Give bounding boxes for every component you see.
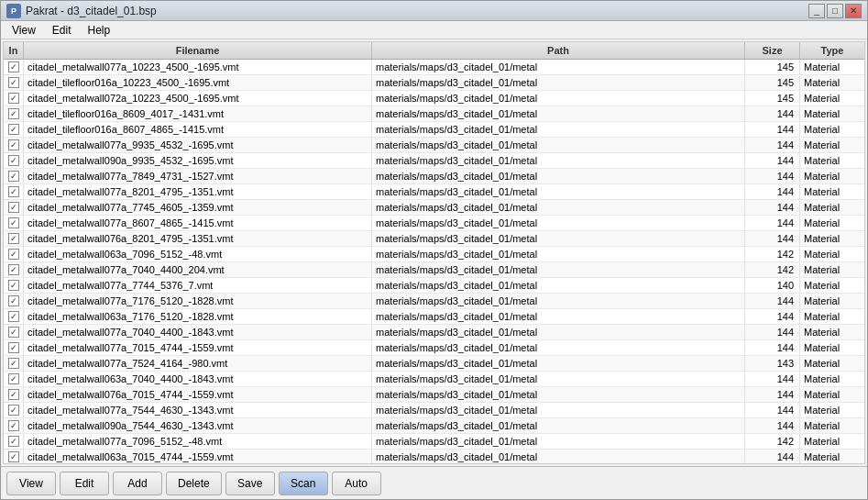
cell-size-8: 144 <box>745 184 800 199</box>
cell-size-12: 142 <box>745 247 800 261</box>
cell-checkbox-15[interactable] <box>4 294 24 308</box>
auto-button[interactable]: Auto <box>332 472 381 495</box>
checkbox-0[interactable] <box>8 61 19 72</box>
cell-checkbox-5[interactable] <box>4 138 24 152</box>
checkbox-19[interactable] <box>8 358 19 369</box>
cell-checkbox-25[interactable] <box>4 450 24 463</box>
checkbox-9[interactable] <box>8 202 19 213</box>
checkbox-21[interactable] <box>8 389 19 400</box>
checkbox-23[interactable] <box>8 420 19 431</box>
view-button[interactable]: View <box>6 472 56 495</box>
checkbox-6[interactable] <box>8 155 19 166</box>
checkbox-24[interactable] <box>8 436 19 447</box>
save-button[interactable]: Save <box>225 472 275 495</box>
cell-checkbox-3[interactable] <box>4 106 24 121</box>
table-row[interactable]: citadel_metalwall077a_7524_4164_-980.vmt… <box>4 356 864 372</box>
checkbox-25[interactable] <box>8 451 19 462</box>
table-row[interactable]: citadel_metalwall077a_10223_4500_-1695.v… <box>4 60 864 75</box>
checkbox-14[interactable] <box>8 280 19 291</box>
header-type: Type <box>800 42 864 59</box>
checkbox-22[interactable] <box>8 405 19 416</box>
checkbox-10[interactable] <box>8 217 19 228</box>
table-body[interactable]: citadel_metalwall077a_10223_4500_-1695.v… <box>4 60 864 463</box>
cell-checkbox-24[interactable] <box>4 434 24 449</box>
cell-checkbox-19[interactable] <box>4 356 24 371</box>
cell-checkbox-12[interactable] <box>4 247 24 261</box>
cell-size-11: 144 <box>745 231 800 246</box>
checkbox-18[interactable] <box>8 342 19 353</box>
checkbox-7[interactable] <box>8 171 19 182</box>
cell-checkbox-1[interactable] <box>4 75 24 90</box>
cell-filename-21: citadel_metalwall076a_7015_4744_-1559.vm… <box>24 387 372 402</box>
maximize-button[interactable]: □ <box>827 4 843 18</box>
table-row[interactable]: citadel_metalwall077a_7744_5376_7.vmt ma… <box>4 278 864 294</box>
cell-checkbox-17[interactable] <box>4 325 24 339</box>
table-row[interactable]: citadel_metalwall077a_7745_4605_-1359.vm… <box>4 200 864 216</box>
table-row[interactable]: citadel_metalwall090a_9935_4532_-1695.vm… <box>4 153 864 169</box>
cell-size-21: 144 <box>745 387 800 402</box>
checkbox-11[interactable] <box>8 233 19 244</box>
checkbox-2[interactable] <box>8 93 19 104</box>
cell-checkbox-9[interactable] <box>4 200 24 215</box>
cell-checkbox-22[interactable] <box>4 403 24 417</box>
checkbox-1[interactable] <box>8 77 19 88</box>
cell-checkbox-23[interactable] <box>4 418 24 433</box>
table-row[interactable]: citadel_metalwall063a_7015_4744_-1559.vm… <box>4 450 864 463</box>
table-row[interactable]: citadel_metalwall090a_7544_4630_-1343.vm… <box>4 418 864 434</box>
checkbox-13[interactable] <box>8 264 19 275</box>
close-button[interactable]: ✕ <box>845 4 862 18</box>
table-row[interactable]: citadel_metalwall077a_8201_4795_-1351.vm… <box>4 184 864 200</box>
cell-checkbox-18[interactable] <box>4 340 24 355</box>
table-row[interactable]: citadel_metalwall077a_7040_4400_-1843.vm… <box>4 325 864 340</box>
table-row[interactable]: citadel_tilefloor016a_8609_4017_-1431.vm… <box>4 106 864 122</box>
checkbox-16[interactable] <box>8 311 19 322</box>
cell-checkbox-21[interactable] <box>4 387 24 402</box>
table-row[interactable]: citadel_metalwall077a_9935_4532_-1695.vm… <box>4 138 864 153</box>
cell-filename-13: citadel_metalwall077a_7040_4400_204.vmt <box>24 262 372 277</box>
checkbox-5[interactable] <box>8 139 19 150</box>
table-row[interactable]: citadel_metalwall072a_10223_4500_-1695.v… <box>4 91 864 106</box>
cell-checkbox-6[interactable] <box>4 153 24 168</box>
table-row[interactable]: citadel_metalwall077a_7015_4744_-1559.vm… <box>4 340 864 356</box>
scan-button[interactable]: Scan <box>279 472 328 495</box>
checkbox-3[interactable] <box>8 108 19 119</box>
cell-checkbox-8[interactable] <box>4 184 24 199</box>
checkbox-15[interactable] <box>8 295 19 306</box>
table-row[interactable]: citadel_metalwall077a_7040_4400_204.vmt … <box>4 262 864 278</box>
checkbox-12[interactable] <box>8 249 19 260</box>
checkbox-17[interactable] <box>8 327 19 338</box>
table-row[interactable]: citadel_metalwall063a_7176_5120_-1828.vm… <box>4 309 864 325</box>
cell-checkbox-14[interactable] <box>4 278 24 293</box>
cell-checkbox-4[interactable] <box>4 122 24 137</box>
minimize-button[interactable]: _ <box>808 4 825 18</box>
table-row[interactable]: citadel_metalwall076a_8201_4795_-1351.vm… <box>4 231 864 247</box>
delete-button[interactable]: Delete <box>166 472 222 495</box>
cell-checkbox-11[interactable] <box>4 231 24 246</box>
table-row[interactable]: citadel_metalwall063a_7096_5152_-48.vmt … <box>4 247 864 262</box>
add-button[interactable]: Add <box>113 472 162 495</box>
cell-filename-0: citadel_metalwall077a_10223_4500_-1695.v… <box>24 60 372 74</box>
cell-checkbox-10[interactable] <box>4 216 24 230</box>
menu-help[interactable]: Help <box>80 22 117 39</box>
edit-button[interactable]: Edit <box>60 472 109 495</box>
cell-checkbox-0[interactable] <box>4 60 24 74</box>
cell-checkbox-16[interactable] <box>4 309 24 324</box>
menu-view[interactable]: View <box>5 22 43 39</box>
cell-checkbox-7[interactable] <box>4 169 24 183</box>
checkbox-20[interactable] <box>8 373 19 384</box>
table-row[interactable]: citadel_metalwall077a_8607_4865_-1415.vm… <box>4 216 864 231</box>
table-row[interactable]: citadel_metalwall077a_7096_5152_-48.vmt … <box>4 434 864 450</box>
table-row[interactable]: citadel_tilefloor016a_10223_4500_-1695.v… <box>4 75 864 91</box>
table-row[interactable]: citadel_tilefloor016a_8607_4865_-1415.vm… <box>4 122 864 138</box>
cell-checkbox-2[interactable] <box>4 91 24 106</box>
table-row[interactable]: citadel_metalwall076a_7015_4744_-1559.vm… <box>4 387 864 403</box>
table-row[interactable]: citadel_metalwall077a_7544_4630_-1343.vm… <box>4 403 864 418</box>
menu-edit[interactable]: Edit <box>45 22 79 39</box>
table-row[interactable]: citadel_metalwall077a_7849_4731_-1527.vm… <box>4 169 864 184</box>
table-row[interactable]: citadel_metalwall077a_7176_5120_-1828.vm… <box>4 294 864 309</box>
cell-checkbox-20[interactable] <box>4 372 24 386</box>
checkbox-8[interactable] <box>8 186 19 197</box>
cell-checkbox-13[interactable] <box>4 262 24 277</box>
table-row[interactable]: citadel_metalwall063a_7040_4400_-1843.vm… <box>4 372 864 387</box>
checkbox-4[interactable] <box>8 124 19 135</box>
